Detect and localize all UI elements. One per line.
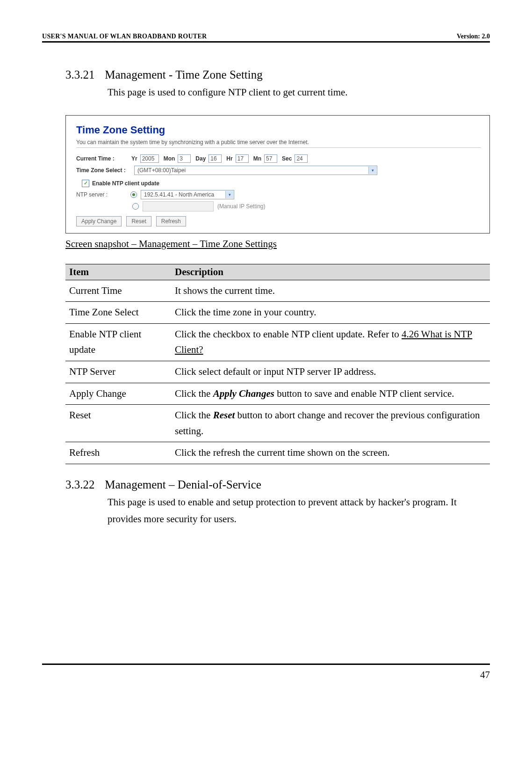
section-number: 3.3.22 [65, 478, 102, 491]
header-right: Version: 2.0 [457, 33, 490, 40]
timezone-screenshot: Time Zone Setting You can maintain the s… [65, 115, 490, 233]
screenshot-caption: Screen snapshot – Management – Time Zone… [65, 238, 490, 250]
chevron-down-icon: ▾ [225, 191, 233, 198]
header-left: USER'S MANUAL OF WLAN BROADBAND ROUTER [42, 33, 207, 40]
desc-cell: Click the Apply Changes button to save a… [171, 383, 490, 405]
item-cell: Current Time [65, 280, 171, 302]
ntp-server-label: NTP server : [76, 191, 127, 198]
section-intro: This page is used to enable and setup pr… [108, 494, 490, 527]
chevron-down-icon: ▾ [368, 167, 376, 174]
yr-label: Yr [131, 155, 137, 162]
tz-select[interactable]: (GMT+08:00)Taipei ▾ [134, 166, 377, 175]
hr-label: Hr [226, 155, 232, 162]
divider [76, 147, 481, 148]
hr-input[interactable] [236, 154, 249, 163]
desc-cell: Click the checkbox to enable NTP client … [171, 323, 490, 361]
section-3-3-21-heading: 3.3.21 Management - Time Zone Setting [65, 68, 490, 81]
mn-label: Mn [253, 155, 261, 162]
enable-ntp-label: Enable NTP client update [92, 180, 159, 187]
item-cell: Apply Change [65, 383, 171, 405]
mon-input[interactable] [178, 154, 191, 163]
ntp-manual-input[interactable] [143, 201, 214, 211]
ntp-manual-radio[interactable] [132, 203, 139, 210]
tz-select-value: (GMT+08:00)Taipei [137, 167, 186, 174]
table-row: Apply Change Click the Apply Changes but… [65, 383, 490, 405]
desc-cell: Click the time zone in your country. [171, 302, 490, 324]
desc-cell: Click the refresh the current time shown… [171, 442, 490, 464]
item-cell: NTP Server [65, 361, 171, 383]
tz-label: Time Zone Select : [76, 167, 131, 174]
item-cell: Time Zone Select [65, 302, 171, 324]
ss-page-title: Time Zone Setting [76, 124, 481, 136]
page-header: USER'S MANUAL OF WLAN BROADBAND ROUTER V… [42, 33, 490, 43]
enable-ntp-checkbox[interactable]: ✓ [82, 180, 89, 187]
day-label: Day [195, 155, 206, 162]
refresh-button[interactable]: Refresh [156, 216, 186, 226]
ntp-server-select[interactable]: 192.5.41.41 - North America ▾ [141, 190, 234, 199]
ntp-server-value: 192.5.41.41 - North America [144, 191, 214, 198]
section-number: 3.3.21 [65, 68, 102, 81]
section-title: Management – Denial-of-Service [105, 478, 261, 491]
desc-cell: Click select default or input NTP server… [171, 361, 490, 383]
mn-input[interactable] [264, 154, 277, 163]
apply-change-button[interactable]: Apply Change [76, 216, 122, 226]
th-item: Item [65, 264, 171, 280]
ntp-manual-label: (Manual IP Setting) [217, 203, 266, 210]
day-input[interactable] [208, 154, 222, 163]
page-footer: 47 [42, 664, 490, 681]
ss-subtitle: You can maintain the system time by sync… [76, 139, 481, 146]
mon-label: Mon [164, 155, 175, 162]
sec-input[interactable] [295, 154, 308, 163]
desc-cell: It shows the current time. [171, 280, 490, 302]
item-cell: Enable NTP client update [65, 323, 171, 361]
sec-label: Sec [282, 155, 292, 162]
item-cell: Refresh [65, 442, 171, 464]
table-row: Time Zone Select Click the time zone in … [65, 302, 490, 324]
section-3-3-22-heading: 3.3.22 Management – Denial-of-Service [65, 478, 490, 491]
reset-button[interactable]: Reset [126, 216, 151, 226]
current-time-label: Current Time : [76, 155, 127, 162]
section-intro: This page is used to configure NTP clien… [108, 84, 490, 101]
table-row: Current Time It shows the current time. [65, 280, 490, 302]
table-row: NTP Server Click select default or input… [65, 361, 490, 383]
table-row: Enable NTP client update Click the check… [65, 323, 490, 361]
table-row: Refresh Click the refresh the current ti… [65, 442, 490, 464]
description-table: Item Description Current Time It shows t… [65, 264, 490, 464]
table-row: Reset Click the Reset button to abort ch… [65, 405, 490, 442]
page-number: 47 [42, 669, 490, 681]
item-cell: Reset [65, 405, 171, 442]
section-title: Management - Time Zone Setting [105, 68, 262, 81]
th-description: Description [171, 264, 490, 280]
yr-input[interactable] [140, 154, 159, 163]
ntp-preset-radio[interactable] [130, 191, 137, 198]
desc-cell: Click the Reset button to abort change a… [171, 405, 490, 442]
